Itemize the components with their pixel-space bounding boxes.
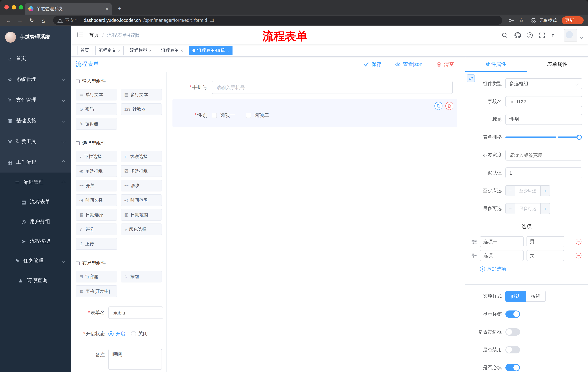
search-icon[interactable] bbox=[501, 32, 508, 39]
min-select-value[interactable]: 至少应选 bbox=[515, 186, 540, 196]
github-icon[interactable] bbox=[514, 32, 521, 39]
remove-option-button[interactable]: − bbox=[576, 239, 581, 244]
add-option-button[interactable]: + 添加选项 bbox=[480, 265, 582, 273]
label-width-input[interactable] bbox=[505, 149, 582, 160]
palette-item-table[interactable]: ▦表格[开发中] bbox=[76, 285, 117, 297]
back-icon[interactable]: ← bbox=[4, 17, 12, 23]
show-label-switch[interactable] bbox=[505, 310, 520, 318]
gender-option-1[interactable]: 选项一 bbox=[212, 112, 235, 119]
palette-item-cascader[interactable]: ⋔级联选择 bbox=[121, 151, 162, 162]
plus-button[interactable]: + bbox=[540, 203, 550, 214]
title-input[interactable] bbox=[505, 114, 582, 125]
palette-item-password[interactable]: ⊙密码 bbox=[76, 103, 117, 115]
palette-item-color-picker[interactable]: ◑颜色选择 bbox=[121, 223, 162, 235]
sidebar-item-task-management[interactable]: ⚑ 任务管理 bbox=[0, 251, 71, 271]
option-value-input[interactable] bbox=[526, 236, 564, 247]
font-size-icon[interactable]: тT bbox=[552, 32, 558, 38]
tag-home[interactable]: 首页 bbox=[77, 46, 92, 55]
sidebar-item-dev-tools[interactable]: ⚒ 研发工具 bbox=[0, 131, 71, 152]
reload-icon[interactable]: ↻ bbox=[28, 17, 36, 24]
status-on-radio[interactable]: 开启 bbox=[108, 328, 125, 340]
view-json-button[interactable]: 查看json bbox=[395, 61, 422, 67]
option-name-input[interactable] bbox=[480, 236, 524, 247]
checkbox-icon[interactable] bbox=[212, 113, 217, 118]
form-grid-slider[interactable] bbox=[505, 137, 579, 138]
palette-item-multi-line-text[interactable]: ▤多行文本 bbox=[121, 89, 162, 100]
palette-item-checkbox-group[interactable]: ☑多选框组 bbox=[121, 165, 162, 177]
status-off-radio[interactable]: 关闭 bbox=[131, 328, 148, 340]
sidebar-logo[interactable]: 芋道管理系统 bbox=[0, 26, 71, 48]
palette-item-single-line-text[interactable]: ▭单行文本 bbox=[76, 89, 117, 100]
palette-item-time-picker[interactable]: ◷时间选择 bbox=[76, 194, 117, 206]
border-switch[interactable] bbox=[505, 328, 520, 336]
checkbox-icon[interactable] bbox=[246, 113, 251, 118]
tab-component-props[interactable]: 组件属性 bbox=[465, 57, 527, 72]
hamburger-icon[interactable] bbox=[76, 32, 84, 39]
tag-process-form[interactable]: 流程表单 × bbox=[158, 46, 186, 55]
window-minimize-button[interactable] bbox=[12, 5, 16, 10]
tag-close-icon[interactable]: × bbox=[149, 48, 152, 53]
sidebar-item-infrastructure[interactable]: ▣ 基础设施 bbox=[0, 110, 71, 131]
palette-item-rate[interactable]: ☆评分 bbox=[76, 223, 117, 235]
option-name-input[interactable] bbox=[480, 250, 524, 261]
field-name-input[interactable] bbox=[505, 96, 582, 107]
browser-tab[interactable]: 芋道管理系统 × bbox=[25, 3, 112, 15]
update-button[interactable]: 更新 ⋮ bbox=[562, 16, 584, 24]
tag-close-icon[interactable]: × bbox=[180, 48, 183, 53]
tag-close-icon[interactable]: × bbox=[227, 48, 229, 53]
home-icon[interactable]: ⌂ bbox=[39, 17, 47, 23]
tag-close-icon[interactable]: × bbox=[118, 48, 120, 53]
palette-item-time-range[interactable]: ◴时间范围 bbox=[121, 194, 162, 206]
form-name-input[interactable] bbox=[108, 307, 163, 319]
option-style-button-button[interactable]: 按钮 bbox=[526, 291, 546, 302]
copy-widget-button[interactable] bbox=[434, 102, 442, 110]
clear-button[interactable]: 清空 bbox=[436, 61, 454, 67]
palette-item-select[interactable]: ◒下拉选择 bbox=[76, 151, 117, 162]
slider-handle[interactable] bbox=[577, 135, 582, 140]
user-avatar[interactable] bbox=[564, 29, 577, 42]
component-type-select[interactable]: 多选框组 bbox=[505, 78, 582, 89]
default-value-input[interactable] bbox=[505, 167, 582, 178]
sidebar-item-process-model[interactable]: ➤ 流程模型 bbox=[0, 232, 71, 251]
sidebar-item-process-form[interactable]: ▤ 流程表单 bbox=[0, 192, 71, 212]
gender-option-2[interactable]: 选项二 bbox=[246, 112, 269, 119]
sidebar-item-home[interactable]: ⌂ 首页 bbox=[0, 48, 71, 69]
option-style-default-button[interactable]: 默认 bbox=[505, 291, 526, 302]
palette-item-radio-group[interactable]: ◉单选框组 bbox=[76, 165, 117, 177]
tag-process-form-edit[interactable]: 流程表单-编辑 × bbox=[189, 46, 232, 55]
drag-handle-icon[interactable] bbox=[471, 253, 477, 258]
max-select-value[interactable]: 最多可选 bbox=[515, 203, 540, 214]
gender-field-widget[interactable]: *性别 选项一 选项二 bbox=[172, 99, 457, 128]
palette-item-date-range[interactable]: ▥日期范围 bbox=[121, 209, 162, 221]
sidebar-item-workflow[interactable]: ▦ 工作流程 bbox=[0, 152, 71, 172]
sidebar-item-user-groups[interactable]: ◎ 用户分组 bbox=[0, 212, 71, 232]
browser-menu-icon[interactable]: ⋮ bbox=[576, 18, 580, 23]
palette-item-row-container[interactable]: ⊞行容器 bbox=[76, 271, 117, 282]
avatar-caret-icon[interactable] bbox=[580, 33, 583, 40]
delete-widget-button[interactable] bbox=[445, 102, 453, 110]
help-icon[interactable]: ? bbox=[527, 32, 533, 38]
key-icon[interactable] bbox=[508, 17, 514, 24]
palette-item-counter[interactable]: 123计数器 bbox=[121, 103, 162, 115]
sidebar-item-payment-management[interactable]: ¥ 支付管理 bbox=[0, 90, 71, 110]
remove-option-button[interactable]: − bbox=[576, 253, 581, 258]
option-value-input[interactable] bbox=[526, 250, 564, 261]
plus-button[interactable]: + bbox=[540, 186, 550, 196]
new-tab-button[interactable]: + bbox=[115, 4, 125, 13]
forward-icon[interactable]: → bbox=[16, 17, 24, 23]
window-close-button[interactable] bbox=[4, 5, 9, 10]
window-zoom-button[interactable] bbox=[19, 5, 23, 10]
fullscreen-icon[interactable] bbox=[539, 32, 546, 39]
minus-button[interactable]: − bbox=[506, 203, 515, 214]
address-bar[interactable]: 不安全 dashboard.yudao.iocoder.cn/bpm/manag… bbox=[53, 16, 502, 25]
breadcrumb-home[interactable]: 首页 bbox=[89, 32, 99, 39]
phone-field-widget[interactable]: *手机号 bbox=[172, 78, 457, 97]
sidebar-item-leave-query[interactable]: ♟ 请假查询 bbox=[0, 271, 71, 290]
bookmark-star-icon[interactable]: ☆ bbox=[518, 17, 525, 24]
required-switch[interactable] bbox=[505, 364, 520, 371]
palette-item-date-picker[interactable]: ▦日期选择 bbox=[76, 209, 117, 221]
tab-close-icon[interactable]: × bbox=[105, 6, 108, 11]
tab-form-props[interactable]: 表单属性 bbox=[527, 57, 588, 72]
save-button[interactable]: 保存 bbox=[364, 61, 381, 67]
phone-input[interactable] bbox=[212, 81, 453, 94]
